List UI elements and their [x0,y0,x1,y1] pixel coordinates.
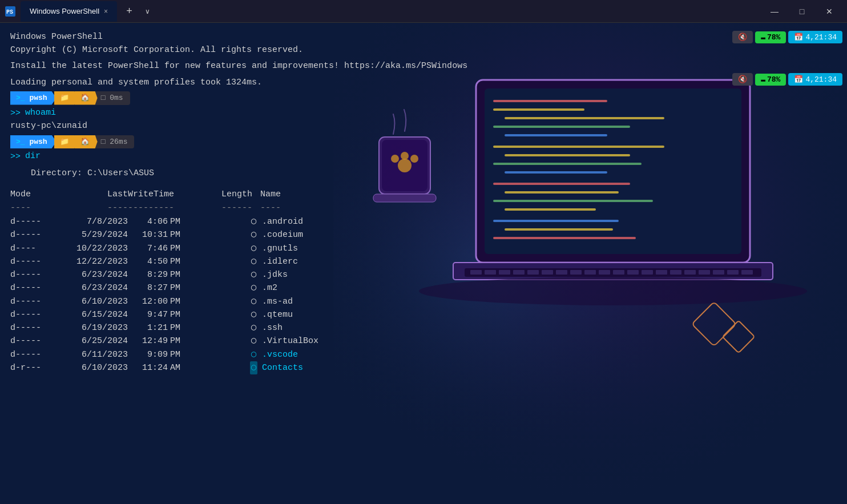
calendar-icon-1: 📅 [794,33,803,42]
battery-badge: ▬ 78% [755,31,786,43]
prompt-row-1: >_ pwsh 📁 🏠 □ 0ms [10,91,837,105]
col-date: 6/10/2023 [62,361,130,374]
col-time: 10:31 [130,228,170,241]
file-name: .VirtualBox [262,334,318,348]
col-mode: d----- [10,295,62,308]
col-time: 8:29 [130,268,170,281]
col-ampm: PM [170,281,193,295]
tab-dropdown-button[interactable]: ∨ [142,5,154,18]
table-row: d-r--- 6/10/2023 11:24 AM ◯ Contacts [10,361,837,374]
col-name: ◯ .gnutls [250,242,298,255]
time-display-2: 4,21:34 [805,75,837,84]
sep-length: ------ [199,201,256,215]
col-lwt-header: LastWriteTime [62,188,199,201]
col-ampm: PM [170,308,193,321]
folder-icon: ◯ [250,308,257,321]
tab-close-button[interactable]: × [104,7,108,15]
col-date: 12/22/2023 [62,255,130,268]
time-display-1: 4,21:34 [805,33,837,42]
file-name: .qtemu [262,308,293,321]
status-bar-row2: 🔇 ▬ 78% 📅 4,21:34 [732,73,842,86]
table-row: d----- 6/23/2024 8:27 PM ◯ .m2 [10,281,837,295]
folder-badge-2: 📁 [54,135,77,149]
output-line-1: Windows PowerShell [10,31,837,44]
line1-text: Windows PowerShell [10,31,103,44]
col-mode: d----- [10,228,62,241]
whoami-result: rusty-pc\zunaid [10,120,87,133]
table-row: d----- 7/8/2023 4:06 PM ◯ .android [10,215,837,228]
file-name: .jdks [262,268,288,281]
battery-percent: 78% [767,33,780,42]
col-mode: d----- [10,308,62,321]
col-name: ◯ .vscode [250,348,298,361]
folder-badge-1: 📁 [54,91,77,105]
maximize-button[interactable]: □ [789,2,815,21]
file-name: .idlerc [262,255,298,268]
file-name: .ssh [262,321,283,334]
line2-text: Copyright (C) Microsoft Corporation. All… [10,44,303,57]
active-tab[interactable]: Windows PowerShell × [21,1,117,22]
status-bar-row1: 🔇 ▬ 78% 📅 4,21:34 [732,31,842,43]
sound-icon: 🔇 [738,33,747,42]
col-mode: d----- [10,268,62,281]
col-ampm: PM [170,268,193,281]
table-row: d----- 6/19/2023 1:21 PM ◯ .ssh [10,321,837,334]
sound-badge: 🔇 [732,31,753,43]
dir-entries-list: d----- 7/8/2023 4:06 PM ◯ .android d----… [10,215,837,374]
clock-badge-1: 📅 4,21:34 [788,31,842,43]
col-time: 4:06 [130,215,170,228]
tab-label: Windows PowerShell [30,7,99,15]
col-name: ◯ .m2 [250,281,277,295]
dir-header-line: Directory: C:\Users\ASUS [10,167,837,180]
sep-mode: ---- [10,201,62,215]
col-time: 9:09 [130,348,170,361]
close-window-button[interactable]: ✕ [816,2,842,21]
folder-icon: ◯ [250,268,257,281]
table-row: d----- 12/22/2023 4:50 PM ◯ .idlerc [10,255,837,268]
titlebar: PS Windows PowerShell × + ∨ — □ ✕ [0,0,847,23]
clock-badge-2: 📅 4,21:34 [788,73,842,86]
col-time: 11:24 [130,361,170,374]
minimize-button[interactable]: — [761,2,788,21]
dir-col-headers: Mode LastWriteTime Length Name [10,188,837,201]
file-name: Contacts [262,361,303,374]
file-name: .gnutls [262,242,298,255]
col-date: 5/29/2024 [62,228,130,241]
col-name: ◯ Contacts [250,361,303,374]
folder-icon: ◯ [250,334,257,348]
col-date: 7/8/2023 [62,215,130,228]
col-mode: d----- [10,255,62,268]
app-icon: PS [5,6,16,17]
col-ampm: PM [170,255,193,268]
col-mode: d-r--- [10,361,62,374]
time-badge-2: □ 26ms [95,135,135,149]
col-date: 6/11/2023 [62,348,130,361]
col-length-header: Length [199,188,256,201]
folder-icon: ◯ [250,361,257,374]
battery-percent-2: 78% [767,75,780,84]
folder-icon: ◯ [250,255,257,268]
file-name: .android [262,215,303,228]
new-tab-button[interactable]: + [122,3,137,19]
col-date: 6/10/2023 [62,295,130,308]
file-name: .m2 [262,281,277,295]
output-line-3: Install the latest PowerShell for new fe… [10,60,837,73]
home-badge-2: 🏠 [75,135,98,149]
col-date: 6/23/2024 [62,281,130,295]
col-time: 8:27 [130,281,170,295]
battery-icon: ▬ [761,33,765,42]
col-mode: d---- [10,242,62,255]
terminal-output[interactable]: Windows PowerShell Copyright (C) Microso… [0,23,847,504]
col-time: 7:46 [130,242,170,255]
col-date: 6/25/2024 [62,334,130,348]
whoami-result-line: rusty-pc\zunaid [10,120,837,133]
col-time: 12:49 [130,334,170,348]
pwsh-badge-2: >_ pwsh [10,135,57,149]
col-name-header: Name [256,188,281,201]
window-controls: — □ ✕ [761,2,842,21]
table-row: d---- 10/22/2023 7:46 PM ◯ .gnutls [10,242,837,255]
line3-text: Install the latest PowerShell for new fe… [10,60,467,73]
col-date: 10/22/2023 [62,242,130,255]
battery-badge-2: ▬ 78% [755,74,786,86]
col-ampm: PM [170,348,193,361]
